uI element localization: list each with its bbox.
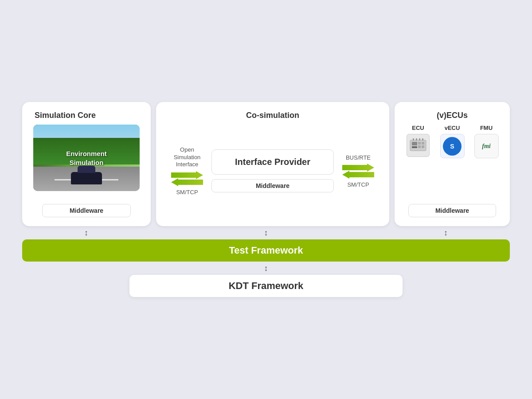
ip-section: Interface Provider Middleware [211,149,334,192]
svg-marker-1 [171,178,203,186]
main-diagram: Simulation Core EnvironmentSimulation Mi… [22,102,510,297]
bus-rte-arrow [340,164,376,179]
sm-tcp-left-label: SM/TCP [176,189,198,196]
vecu-item: vECU S [438,125,467,158]
arrow-sim-core: ↕ [84,229,88,237]
kdt-framework-label: KDT Framework [229,280,304,292]
svg-rect-5 [412,142,417,145]
co-sim-title: Co-simulation [246,111,299,120]
svg-marker-3 [342,171,374,179]
vecu-items-row: ECU [404,125,501,158]
center-connector: ↕ [264,262,268,275]
fmu-label: FMU [480,125,493,131]
bus-rte-label: BUS/RTE [346,154,371,161]
sim-core-middleware: Middleware [42,204,131,217]
interface-provider-box: Interface Provider [211,149,334,175]
fmu-text: fmi [482,143,490,150]
vecu-box: (v)ECUs ECU [395,102,510,226]
vecu-inner-icon: S [443,137,462,156]
svg-rect-11 [413,138,414,141]
test-framework-bar: Test Framework [22,239,510,262]
vecu-icon: S [440,134,465,158]
osi-label: OpenSimulationInterface [174,146,201,169]
env-sim-image: EnvironmentSimulation [33,125,140,191]
svg-rect-7 [422,142,424,145]
arrow-vecu: ↕ [444,229,448,237]
vecu-middleware: Middleware [408,204,496,217]
ip-middleware-box: Middleware [211,179,334,192]
svg-rect-6 [418,142,421,145]
svg-rect-14 [422,138,423,141]
ecu-board-svg [409,137,427,154]
test-framework-label: Test Framework [229,245,303,256]
env-sim-label: EnvironmentSimulation [66,149,107,167]
svg-rect-8 [418,145,421,148]
osi-section: OpenSimulationInterface [169,146,205,196]
svg-rect-12 [416,138,417,141]
sim-core-title: Simulation Core [35,111,96,120]
kdt-framework-bar: KDT Framework [129,275,403,297]
ecu-label: ECU [412,125,424,131]
fmu-icon: fmi [474,134,499,158]
osi-arrow [169,171,205,186]
svg-text:S: S [450,143,454,150]
connectors-row: ↕ ↕ ↕ [22,226,510,239]
bus-rte-section: BUS/RTE SM/TCP [340,154,376,188]
co-sim-box: Co-simulation OpenSimulationInterface [156,102,389,226]
ecu-item: ECU [404,125,433,157]
ecu-icon [407,134,430,157]
fmu-item: FMU fmi [472,125,501,158]
car-graphic [71,172,102,184]
co-sim-inner: OpenSimulationInterface [165,125,380,217]
svg-rect-9 [422,145,424,148]
svg-marker-0 [171,171,203,179]
vecu-title: (v)ECUs [437,111,468,120]
svg-rect-10 [412,146,417,148]
top-row: Simulation Core EnvironmentSimulation Mi… [22,102,510,226]
arrow-co-sim: ↕ [264,229,268,237]
sim-core-box: Simulation Core EnvironmentSimulation Mi… [22,102,151,226]
vecu-logo-svg: S [446,140,459,153]
svg-rect-13 [419,138,420,141]
vecu-label: vECU [445,125,460,131]
sm-tcp-right-label: SM/TCP [347,181,369,188]
svg-marker-2 [342,164,374,172]
